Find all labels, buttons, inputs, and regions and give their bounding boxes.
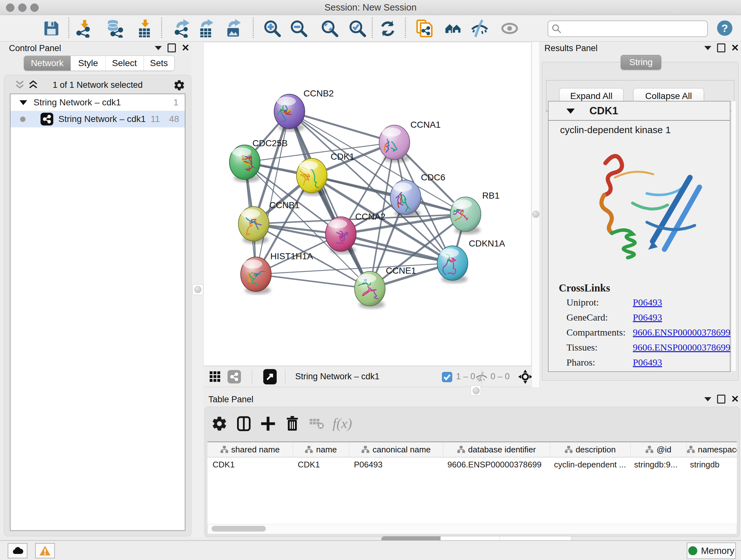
network-collection-row[interactable]: String Network – cdk1 1 [10,94,185,111]
help-button[interactable]: ? [717,20,732,36]
node-label: CDKN1A [469,239,505,248]
tab-network[interactable]: Network [24,56,71,71]
collapse-all-icon[interactable] [14,80,25,90]
memory-button[interactable]: Memory [687,543,736,559]
crosslink-link[interactable]: 9606.ENSP00000378699 [633,342,731,353]
network-label: String Network – cdk1 [58,111,146,127]
network-options-gear-icon[interactable] [173,79,185,91]
crosslinks-heading: CrossLinks [559,282,610,294]
collapse-panel-icon[interactable] [155,46,162,50]
import-table-file-button[interactable] [136,19,154,38]
column-header-namespace[interactable]: namespace [687,442,737,457]
column-header-canonical-name[interactable]: canonical name [349,442,443,457]
tab-select[interactable]: Select [106,56,144,71]
clone-network-button[interactable] [415,19,434,38]
table-horizontal-scrollbar[interactable] [207,524,737,534]
splitter-grip[interactable] [532,211,539,218]
crosslink-link[interactable]: P06493 [633,312,662,323]
table-row[interactable]: CDK1CDK1P064939606.ENSP00000378699cyclin… [207,457,737,472]
zoom-selected-icon [348,19,367,38]
crosslink-link[interactable]: P06493 [633,357,662,368]
birds-eye-view-icon[interactable] [518,369,533,384]
export-table-button[interactable] [197,19,216,38]
left-panel-splitter[interactable] [192,42,203,537]
warnings-button[interactable] [35,543,55,558]
results-tab-string[interactable]: String [621,55,661,70]
column-header-name[interactable]: name [293,442,349,457]
network-selection-status: 1 of 1 Network selected [36,78,159,92]
column-header-description[interactable]: description [550,442,630,457]
column-header-shared-name[interactable]: shared name [207,442,293,457]
export-image-button[interactable] [225,19,243,38]
table-cell[interactable]: 9606.ENSP00000378699 [442,457,549,472]
network-row-selected[interactable]: String Network – cdk1 11 48 [10,111,185,127]
delete-column-icon[interactable] [284,415,300,432]
show-columns-icon[interactable] [235,415,252,432]
tab-sets[interactable]: Sets [144,56,174,71]
table-panel-splitter[interactable] [203,387,741,393]
network-node-CDC6[interactable]: CDC6 [390,172,445,217]
table-cell[interactable]: stringdb [685,457,737,472]
zoom-out-button[interactable] [289,19,308,38]
open-session-button[interactable] [13,19,31,38]
table-cell[interactable]: cyclin-dependent ... [549,457,629,472]
table-options-gear-icon[interactable] [211,415,228,432]
zoom-fit-button[interactable] [320,19,339,38]
network-edge [289,111,370,289]
close-panel-icon[interactable]: ✕ [182,44,190,52]
zoom-selected-button[interactable] [348,19,367,38]
table-cell[interactable]: P06493 [349,457,442,472]
table-cell[interactable]: stringdb:9... [629,457,685,472]
table-cell[interactable]: CDK1 [293,457,349,472]
first-neighbors-button[interactable] [444,19,462,38]
zoom-out-icon [289,19,308,38]
section-expand-icon[interactable] [566,109,575,114]
save-session-button[interactable] [42,19,61,38]
network-node-RB1[interactable]: RB1 [450,191,499,234]
column-header-database-identifier[interactable]: database identifier [443,442,550,457]
column-type-icon [687,446,695,453]
float-panel-icon[interactable] [717,395,725,403]
crosslink-label: Compartments: [566,327,625,338]
hide-selected-button[interactable] [470,19,489,38]
function-builder-icon[interactable]: f(x) [333,415,352,432]
tab-style[interactable]: Style [71,56,106,71]
gene-section-header[interactable]: CDK1 [549,102,730,121]
close-panel-icon[interactable]: ✕ [731,395,739,403]
crosslink-link[interactable]: P06493 [633,297,662,308]
window-titlebar: Session: New Session [0,0,741,15]
detach-view-icon[interactable] [263,369,277,384]
export-table-icon [197,19,216,38]
scrollbar-thumb[interactable] [212,526,266,532]
network-thumbnail-icon[interactable] [227,370,241,383]
import-network-file-button[interactable] [75,19,93,38]
network-canvas[interactable]: CCNB2CCNA1CDC25BCDK1CDC6RB1CCNB1CCNA2CDK… [203,42,531,366]
results-panel-splitter[interactable] [532,42,540,387]
table-panel-body: f(x) shared namenamecanonical namedataba… [205,407,740,537]
network-node-CDKN1A[interactable]: CDKN1A [437,239,505,283]
export-network-button[interactable] [173,19,192,38]
float-panel-icon[interactable] [167,44,176,52]
collapse-panel-icon[interactable] [704,397,711,401]
tree-expand-icon[interactable] [19,100,27,105]
show-all-button[interactable] [500,19,519,38]
create-column-icon[interactable] [260,415,276,432]
close-panel-icon[interactable]: ✕ [731,44,739,52]
column-header--id[interactable]: @id [630,442,687,457]
results-scrollbar[interactable] [731,101,736,371]
grid-view-icon[interactable] [210,371,220,382]
splitter-grip[interactable] [194,286,201,293]
cloud-status-button[interactable] [8,543,27,558]
table-panel-titlebar: Table Panel ✕ [203,393,741,406]
search-input[interactable] [565,22,703,35]
table-cell[interactable]: CDK1 [207,457,293,472]
selected-checkbox[interactable] [442,372,452,382]
float-panel-icon[interactable] [717,44,725,52]
delete-table-icon-disabled[interactable] [308,415,325,432]
import-network-database-button[interactable] [106,19,125,38]
network-node-CCNE1[interactable]: CCNE1 [354,266,416,309]
crosslink-link[interactable]: 9606.ENSP00000378699 [633,327,731,338]
collapse-panel-icon[interactable] [704,46,711,50]
zoom-in-button[interactable] [263,19,281,38]
refresh-button[interactable] [379,19,397,38]
